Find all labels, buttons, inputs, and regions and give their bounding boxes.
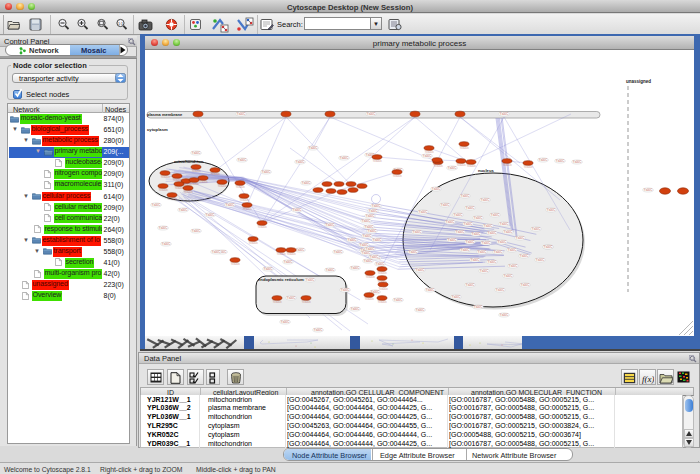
svg-text:Yx00C: Yx00C [413,230,421,234]
svg-text:Yx00C: Yx00C [491,213,499,217]
svg-text:Yx00C: Yx00C [454,213,462,217]
svg-text:Yxx00x: Yxx00x [424,150,434,154]
svg-text:Yx00C: Yx00C [340,156,348,160]
svg-text:Yxx00x: Yxx00x [158,188,168,192]
svg-text:Yx00C: Yx00C [369,209,377,213]
svg-text:Yx00C: Yx00C [281,320,289,324]
svg-text:Yxx00x: Yxx00x [257,225,267,229]
svg-text:Yxx00x: Yxx00x [378,287,388,291]
svg-text:Yxx00x: Yxx00x [301,300,311,304]
svg-text:1:1: 1:1 [118,22,123,26]
svg-text:Yxx00x: Yxx00x [172,178,182,182]
svg-text:Yx00C: Yx00C [488,231,496,235]
svg-text:Yxx00x: Yxx00x [365,275,375,279]
svg-text:Yx00C: Yx00C [363,234,371,238]
svg-text:Yx00C: Yx00C [461,248,469,252]
svg-text:Yxx00x: Yxx00x [167,197,177,201]
svg-text:Yxx00x: Yxx00x [364,297,374,301]
svg-text:nucleus: nucleus [478,168,494,173]
svg-text:Yx00C: Yx00C [494,250,502,254]
svg-text:Yxx00x: Yxx00x [217,184,227,188]
svg-text:Yx00C: Yx00C [306,278,314,282]
svg-text:f(x): f(x) [642,373,654,383]
svg-text:Yx00C: Yx00C [461,194,469,198]
svg-text:Yxx00x: Yxx00x [372,159,382,163]
svg-text:Yx00C: Yx00C [162,242,170,246]
svg-text:Yxx00x: Yxx00x [286,252,296,256]
svg-text:endoplasmic reticulum: endoplasmic reticulum [258,277,304,282]
svg-text:Yx00C: Yx00C [500,313,508,317]
svg-text:Yx00C: Yx00C [504,274,512,278]
svg-text:Yx00C: Yx00C [364,259,372,263]
svg-text:cytoplasm: cytoplasm [147,127,168,132]
svg-text:Yx00C: Yx00C [521,283,529,287]
svg-text:Yx00C: Yx00C [416,308,424,312]
svg-text:Yx00C: Yx00C [212,250,220,254]
svg-text:Yxx00x: Yxx00x [377,271,387,275]
svg-text:Yx00C: Yx00C [293,208,301,212]
svg-text:Yxx00x: Yxx00x [198,180,208,184]
svg-text:Yx00C: Yx00C [426,288,434,292]
svg-text:Yx00C: Yx00C [472,232,480,236]
svg-text:Yx00C: Yx00C [152,203,160,207]
svg-text:Yx00C: Yx00C [287,296,295,300]
svg-text:Yx00C: Yx00C [448,166,456,170]
svg-text:Yx00C: Yx00C [264,267,272,271]
svg-text:Yx00C: Yx00C [296,248,304,252]
svg-text:Yx00C: Yx00C [284,260,292,264]
svg-text:Yx00C: Yx00C [326,223,334,227]
svg-text:Yx00C: Yx00C [478,250,486,254]
svg-text:unassigned: unassigned [626,79,651,84]
svg-text:Yx00C: Yx00C [446,220,454,224]
svg-text:Yx00C: Yx00C [484,224,492,228]
svg-text:Yxx00x: Yxx00x [276,252,286,256]
svg-text:Yx00C: Yx00C [262,170,270,174]
svg-text:Yx00C: Yx00C [500,222,508,226]
svg-text:Yxx00x: Yxx00x [377,280,387,284]
svg-text:Yx00C: Yx00C [509,264,517,268]
svg-text:Yx00C: Yx00C [466,240,474,244]
svg-text:plasma membrane: plasma membrane [147,112,183,117]
svg-text:Yx00C: Yx00C [341,288,349,292]
svg-text:Yx00C: Yx00C [471,258,479,262]
svg-text:Yx00C: Yx00C [544,245,552,249]
svg-text:Yx00C: Yx00C [394,298,402,302]
svg-text:Yx00C: Yx00C [372,204,380,208]
svg-text:Yxx00x: Yxx00x [174,186,184,190]
svg-text:Yxx00x: Yxx00x [377,300,387,304]
svg-text:Yx00C: Yx00C [441,203,449,207]
svg-text:Yxx00x: Yxx00x [459,146,469,150]
svg-text:Yx00C: Yx00C [206,213,214,217]
svg-text:Yx00C: Yx00C [373,238,381,242]
svg-text:Yx00C: Yx00C [520,254,528,258]
svg-text:mitochondrion: mitochondrion [174,159,204,164]
svg-text:Yx00C: Yx00C [482,241,490,245]
svg-text:Yx00C: Yx00C [351,307,359,311]
svg-text:Yx00C: Yx00C [238,158,246,162]
svg-text:Yx00C: Yx00C [314,328,322,332]
svg-text:Yx00C: Yx00C [351,266,359,270]
svg-text:Yx00C: Yx00C [573,160,581,164]
svg-text:Yx00C: Yx00C [504,230,512,234]
svg-text:Yxx00x: Yxx00x [160,175,170,179]
svg-text:Yx00C: Yx00C [368,229,376,233]
svg-text:Yxx00x: Yxx00x [210,172,220,176]
svg-text:Yx00C: Yx00C [532,227,540,231]
svg-text:Yx00C: Yx00C [474,305,482,309]
svg-text:Yxx00x: Yxx00x [523,165,533,169]
svg-text:Yx00C: Yx00C [466,283,474,287]
svg-text:Yxx00x: Yxx00x [456,163,466,167]
svg-text:Yx00C: Yx00C [488,260,496,264]
svg-text:Yx00C: Yx00C [409,250,417,254]
svg-text:Yx00C: Yx00C [496,288,504,292]
svg-text:Yxx00x: Yxx00x [242,207,252,211]
svg-text:Yx00C: Yx00C [376,262,384,266]
svg-text:Yx00C: Yx00C [456,230,464,234]
svg-text:Yxx00x: Yxx00x [239,198,249,202]
svg-text:Yx00C: Yx00C [547,208,555,212]
svg-text:Yx00C: Yx00C [536,258,544,262]
svg-text:Yx00C: Yx00C [362,219,370,223]
svg-text:Yx00C: Yx00C [500,112,508,116]
svg-text:Yx00C: Yx00C [466,206,474,210]
svg-text:Yx00C: Yx00C [416,268,424,272]
